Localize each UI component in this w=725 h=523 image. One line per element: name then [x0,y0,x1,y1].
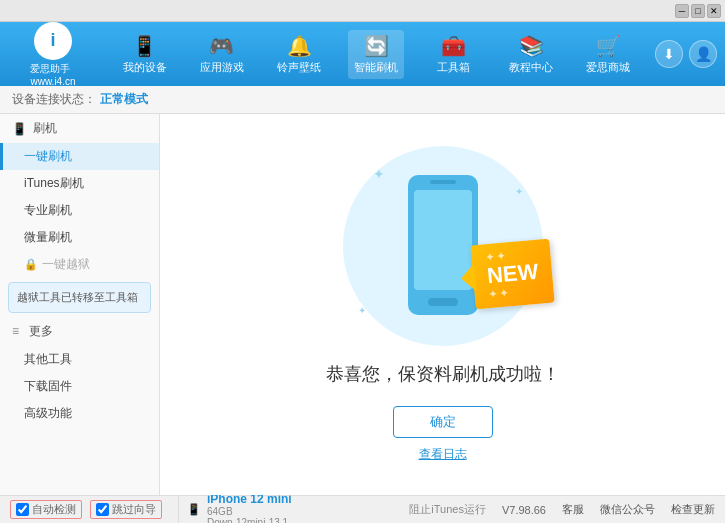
more-section-icon: ≡ [12,324,19,338]
nav-item-tutorial[interactable]: 📚 教程中心 [503,30,559,79]
bottom-left: 自动检测 跳过向导 📱 iPhone 12 mini 64GB Down-12m… [10,492,409,524]
wechat-link[interactable]: 微信公众号 [600,502,655,517]
nav-item-my-device[interactable]: 📱 我的设备 [117,30,173,79]
version-label: V7.98.66 [502,504,546,516]
service-link[interactable]: 客服 [562,502,584,517]
device-icon: 📱 [187,503,201,516]
device-info: 📱 iPhone 12 mini 64GB Down-12mini-13,1 [178,492,292,524]
device-capacity: 64GB [207,506,292,517]
flash-section-icon: 📱 [12,122,27,136]
logo-area: i 爱思助手 www.i4.cn [8,22,98,87]
nav-label-my-device: 我的设备 [123,60,167,75]
journal-link[interactable]: 查看日志 [419,446,467,463]
nav-label-tutorial: 教程中心 [509,60,553,75]
sparkle-1: ✦ [373,166,385,182]
nav-item-apps-games[interactable]: 🎮 应用游戏 [194,30,250,79]
sidebar-item-download-firmware[interactable]: 下载固件 [0,373,159,400]
nav-icon-ringtones: 🔔 [287,34,312,58]
more-section-label: 更多 [29,323,53,340]
itunes-status: 阻止iTunes运行 [409,502,486,517]
device-model: Down-12mini-13,1 [207,517,292,524]
svg-rect-2 [428,298,458,306]
nav-icon-apps-games: 🎮 [209,34,234,58]
success-title: 恭喜您，保资料刷机成功啦！ [326,362,560,386]
nav-item-store[interactable]: 🛒 爱思商城 [580,30,636,79]
sidebar-item-pro-flash[interactable]: 专业刷机 [0,197,159,224]
sparkle-2: ✦ [515,186,523,197]
nav-items: 📱 我的设备 🎮 应用游戏 🔔 铃声壁纸 🔄 智能刷机 🧰 工具箱 📚 教程中心… [106,30,647,79]
auto-connect-label: 自动检测 [32,502,76,517]
status-bar: 设备连接状态： 正常模式 [0,86,725,114]
sidebar-item-one-click-flash[interactable]: 一键刷机 [0,143,159,170]
sidebar: 📱 刷机 一键刷机 iTunes刷机 专业刷机 微量刷机 🔒 一键越狱 越狱工具… [0,114,160,495]
sidebar-section-more[interactable]: ≡ 更多 [0,317,159,346]
skip-wizard-label: 跳过向导 [112,502,156,517]
nav-icon-smart-flash: 🔄 [364,34,389,58]
jailbreak-label: 一键越狱 [42,256,90,273]
logo-text: 爱思助手 www.i4.cn [30,62,75,87]
header: i 爱思助手 www.i4.cn 📱 我的设备 🎮 应用游戏 🔔 铃声壁纸 🔄 … [0,22,725,86]
update-link[interactable]: 检查更新 [671,502,715,517]
nav-label-apps-games: 应用游戏 [200,60,244,75]
download-button[interactable]: ⬇ [655,40,683,68]
nav-icon-store: 🛒 [596,34,621,58]
bottom-right: 阻止iTunes运行 V7.98.66 客服 微信公众号 检查更新 [409,502,715,517]
flash-section-label: 刷机 [33,120,57,137]
skip-wizard-checkbox[interactable]: 跳过向导 [90,500,162,519]
close-button[interactable]: ✕ [707,4,721,18]
bottom-bar: 自动检测 跳过向导 📱 iPhone 12 mini 64GB Down-12m… [0,495,725,523]
nav-icon-tutorial: 📚 [519,34,544,58]
user-button[interactable]: 👤 [689,40,717,68]
auto-connect-checkbox[interactable]: 自动检测 [10,500,82,519]
sidebar-item-itunes-flash[interactable]: iTunes刷机 [0,170,159,197]
nav-item-toolbox[interactable]: 🧰 工具箱 [426,30,482,79]
auto-connect-input[interactable] [16,503,29,516]
status-value: 正常模式 [100,91,148,108]
new-badge: ✦ ✦ NEW ✦ ✦ [471,239,556,310]
sidebar-item-other-tools[interactable]: 其他工具 [0,346,159,373]
nav-label-ringtones: 铃声壁纸 [277,60,321,75]
logo-icon: i [34,22,72,60]
title-bar: ─ □ ✕ [0,0,725,22]
maximize-button[interactable]: □ [691,4,705,18]
skip-wizard-input[interactable] [96,503,109,516]
sidebar-jailbreak-notice: 越狱工具已转移至工具箱 [8,282,151,313]
success-illustration: ✦ ✦ ✦ [326,146,560,463]
main-layout: 📱 刷机 一键刷机 iTunes刷机 专业刷机 微量刷机 🔒 一键越狱 越狱工具… [0,114,725,495]
sparkle-3: ✦ [358,305,366,316]
sidebar-section-jailbreak: 🔒 一键越狱 [0,251,159,278]
sidebar-section-flash[interactable]: 📱 刷机 [0,114,159,143]
status-label: 设备连接状态： [12,91,96,108]
sidebar-item-micro-flash[interactable]: 微量刷机 [0,224,159,251]
content-area: ✦ ✦ ✦ [160,114,725,495]
minimize-button[interactable]: ─ [675,4,689,18]
nav-icon-toolbox: 🧰 [441,34,466,58]
nav-label-store: 爱思商城 [586,60,630,75]
sidebar-item-advanced[interactable]: 高级功能 [0,400,159,427]
window-controls[interactable]: ─ □ ✕ [675,4,721,18]
nav-icon-my-device: 📱 [132,34,157,58]
confirm-button[interactable]: 确定 [393,406,493,438]
svg-rect-3 [430,180,456,184]
nav-label-smart-flash: 智能刷机 [354,60,398,75]
nav-right: ⬇ 👤 [655,40,717,68]
nav-item-smart-flash[interactable]: 🔄 智能刷机 [348,30,404,79]
nav-label-toolbox: 工具箱 [437,60,470,75]
nav-item-ringtones[interactable]: 🔔 铃声壁纸 [271,30,327,79]
lock-icon: 🔒 [24,258,38,271]
